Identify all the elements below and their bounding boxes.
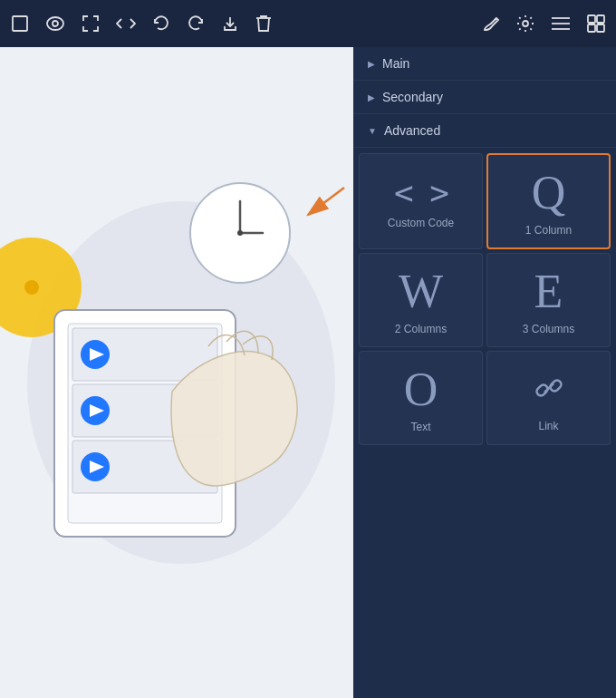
svg-rect-0	[13, 16, 27, 31]
widget-2-columns[interactable]: W 2 Columns	[359, 253, 483, 347]
grid-icon[interactable]	[587, 15, 605, 33]
main-area: ▶ Main ▶ Secondary ▼ Advanced < > Custom…	[0, 47, 616, 698]
three-columns-icon: E	[534, 268, 563, 315]
section-advanced[interactable]: ▼ Advanced	[353, 114, 616, 148]
arrow-right-icon: ▶	[368, 59, 375, 69]
svg-point-5	[523, 21, 528, 26]
link-icon	[529, 368, 569, 412]
right-panel: ▶ Main ▶ Secondary ▼ Advanced < > Custom…	[353, 47, 616, 698]
arrow-down-icon-advanced: ▼	[368, 126, 377, 136]
section-advanced-label: Advanced	[384, 123, 440, 138]
section-main[interactable]: ▶ Main	[353, 47, 616, 81]
svg-point-16	[24, 280, 39, 295]
text-label: Text	[410, 421, 430, 433]
widget-grid: < > Custom Code Q 1 Column W 2 Columns E…	[353, 148, 616, 451]
two-columns-label: 2 Columns	[395, 323, 447, 335]
widget-custom-code[interactable]: < > Custom Code	[359, 153, 483, 249]
code-icon[interactable]	[116, 16, 136, 31]
gear-icon[interactable]	[516, 15, 534, 33]
section-secondary-label: Secondary	[382, 90, 443, 104]
widget-text[interactable]: O Text	[359, 351, 483, 445]
svg-rect-11	[588, 24, 595, 32]
custom-code-label: Custom Code	[388, 217, 454, 229]
svg-rect-12	[597, 24, 604, 32]
two-columns-icon: W	[399, 268, 443, 315]
download-icon[interactable]	[221, 15, 239, 33]
toolbar	[0, 0, 616, 47]
section-main-label: Main	[382, 56, 409, 71]
svg-point-20	[237, 230, 243, 236]
expand-icon[interactable]	[82, 15, 100, 33]
widget-1-column[interactable]: Q 1 Column	[486, 153, 611, 249]
text-icon: O	[404, 366, 438, 413]
svg-point-1	[47, 17, 63, 30]
one-column-icon: Q	[532, 170, 566, 217]
svg-rect-9	[588, 15, 595, 23]
widget-3-columns[interactable]: E 3 Columns	[486, 253, 611, 347]
svg-line-4	[495, 18, 496, 20]
toolbar-right	[482, 15, 605, 33]
eye-icon[interactable]	[45, 16, 65, 31]
menu-icon[interactable]	[551, 15, 571, 32]
arrow-right-icon-secondary: ▶	[368, 92, 375, 102]
widget-link[interactable]: Link	[486, 351, 611, 445]
svg-point-2	[53, 21, 58, 26]
canvas-area	[0, 47, 353, 698]
section-secondary[interactable]: ▶ Secondary	[353, 81, 616, 114]
link-label: Link	[538, 420, 558, 432]
undo-icon[interactable]	[152, 15, 170, 33]
trash-icon[interactable]	[255, 15, 272, 33]
square-icon[interactable]	[11, 15, 29, 33]
custom-code-icon: < >	[394, 177, 448, 209]
brush-icon[interactable]	[482, 15, 500, 33]
svg-rect-10	[597, 15, 604, 23]
one-column-label: 1 Column	[525, 224, 572, 237]
illustration	[0, 47, 353, 698]
redo-icon[interactable]	[187, 15, 205, 33]
three-columns-label: 3 Columns	[523, 323, 574, 335]
